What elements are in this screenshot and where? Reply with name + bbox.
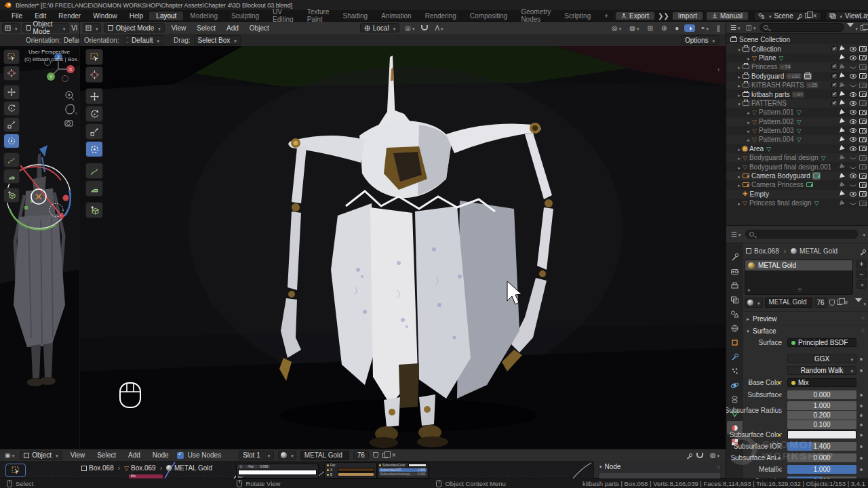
expand-icon[interactable] — [736, 145, 743, 152]
outliner-row-empty[interactable]: ✚Empty — [726, 190, 868, 199]
render-toggle[interactable] — [858, 182, 867, 188]
editor-type-dropdown[interactable] — [83, 23, 101, 33]
exclude-checkbox[interactable] — [829, 73, 839, 79]
outliner-row-plane[interactable]: Plane — [726, 54, 868, 62]
outliner-row-camera-bodyguard[interactable]: Camera Bodyguard — [726, 171, 868, 180]
principled-bsdf-node[interactable]: SubsurfaceColor SubsurfaceIOR1.400 Subsu… — [377, 462, 429, 479]
tab-modifiers[interactable] — [727, 350, 743, 363]
selectable-toggle[interactable] — [839, 83, 848, 88]
selectable-toggle[interactable] — [839, 92, 848, 97]
render-toggle[interactable] — [858, 83, 867, 88]
close-icon[interactable] — [813, 12, 817, 20]
pin-icon[interactable] — [862, 248, 867, 253]
render-toggle[interactable] — [858, 100, 867, 106]
material-users-button[interactable]: 76 — [814, 298, 827, 308]
select-box-tool[interactable] — [3, 49, 20, 64]
expand-icon[interactable] — [736, 81, 743, 89]
rotate-tool[interactable] — [85, 106, 103, 122]
filter-dropdown[interactable] — [847, 23, 858, 32]
add-menu[interactable]: Add — [222, 24, 243, 32]
select-box-tool[interactable] — [85, 49, 103, 65]
expand-icon[interactable] — [736, 73, 743, 80]
selectable-toggle[interactable] — [839, 146, 848, 151]
expand-icon[interactable] — [745, 108, 752, 116]
selectable-toggle[interactable] — [839, 46, 848, 52]
view-menu-truncated[interactable]: Vi — [71, 24, 77, 32]
selectable-toggle[interactable] — [839, 174, 848, 179]
outliner-filter-mode-dropdown[interactable]: ◫ — [744, 24, 757, 31]
render-toggle[interactable] — [858, 191, 867, 197]
selectable-toggle[interactable] — [839, 128, 848, 134]
hide-toggle[interactable] — [848, 128, 858, 133]
measure-tool[interactable] — [85, 180, 103, 197]
menu-help[interactable]: Help — [123, 12, 150, 20]
fake-user-icon[interactable] — [829, 300, 835, 306]
pivot-point-dropdown[interactable]: ◎ — [402, 24, 417, 32]
expand-icon[interactable] — [736, 100, 743, 107]
outliner-row-camera-princess[interactable]: Camera Princess — [726, 180, 868, 189]
selectable-toggle[interactable] — [839, 164, 848, 169]
mix-color-node[interactable]: Fac A B — [324, 462, 377, 479]
subsurface-color-swatch[interactable] — [787, 430, 856, 439]
selectable-toggle[interactable] — [839, 55, 848, 60]
expand-icon[interactable] — [736, 199, 743, 207]
tab-view-layer[interactable] — [727, 293, 743, 306]
outliner-row-princess-final-design[interactable]: Princess final design — [726, 199, 868, 207]
tab-animation[interactable]: Animation — [374, 12, 418, 20]
select-menu[interactable]: Select — [193, 24, 220, 32]
colorramp-node[interactable]: 1 Fac 0.068 Fac — [236, 464, 319, 479]
hide-toggle[interactable] — [848, 201, 858, 205]
hide-toggle[interactable] — [848, 156, 858, 159]
outliner-row-scene-collection[interactable]: Scene Collection — [726, 35, 868, 44]
overlay-toggle-icon[interactable]: ◍ — [707, 451, 722, 459]
editor-type-dropdown[interactable]: ☰ — [730, 230, 742, 238]
add-cube-tool[interactable] — [85, 202, 103, 218]
snapping-icon[interactable] — [696, 453, 703, 458]
display-mode-dropdown[interactable]: ☰ — [729, 24, 741, 31]
render-toggle[interactable] — [858, 55, 867, 60]
browse-material-dropdown[interactable] — [278, 451, 296, 460]
tab-compositing[interactable]: Compositing — [463, 12, 515, 20]
subsurface-slider[interactable]: 0.000 — [787, 390, 856, 399]
hide-toggle[interactable] — [848, 74, 858, 79]
unlink-material-icon[interactable] — [392, 451, 396, 459]
add-menu[interactable]: Add — [124, 451, 144, 459]
hide-toggle[interactable] — [848, 174, 858, 178]
material-slot-list[interactable]: METAL Gold ▸ ≡ — [745, 260, 853, 295]
selectable-toggle[interactable] — [839, 73, 848, 79]
outliner-row-bodyguard-final-design-001[interactable]: Bodyguard final design.001 — [726, 162, 868, 171]
xray-toggle[interactable]: ⊞ — [645, 24, 656, 32]
sss-method-dropdown[interactable]: Random Walk — [787, 366, 856, 375]
expand-icon[interactable] — [736, 45, 743, 53]
tab-shading[interactable]: Shading — [336, 12, 374, 20]
proportional-editing-dropdown[interactable]: Λ — [432, 24, 446, 32]
menu-render[interactable]: Render — [52, 12, 87, 20]
material-filter-dropdown[interactable] — [855, 298, 866, 307]
expand-icon[interactable] — [745, 54, 752, 62]
selectable-toggle[interactable] — [839, 137, 848, 142]
fake-user-icon[interactable] — [373, 452, 378, 458]
outliner-row-area[interactable]: Area — [726, 144, 868, 153]
outliner-row-pattern-004[interactable]: Pattern.004 — [726, 135, 868, 144]
tab-modeling[interactable]: Modeling — [183, 12, 224, 20]
render-toggle[interactable] — [858, 155, 867, 161]
render-toggle[interactable] — [858, 201, 867, 206]
surface-shader-field[interactable]: Principled BSDF — [787, 338, 856, 347]
expand-icon[interactable] — [736, 91, 743, 98]
selectable-toggle[interactable] — [839, 201, 848, 206]
scale-tool[interactable] — [3, 117, 20, 132]
outliner-row-bodyguard[interactable]: Bodyguard102 — [726, 72, 868, 81]
exclude-checkbox[interactable] — [829, 64, 839, 70]
rotate-tool[interactable] — [3, 101, 20, 116]
tab-sculpting[interactable]: Sculpting — [224, 12, 266, 20]
breadcrumb-material[interactable]: METAL Gold — [800, 247, 837, 255]
npanel-partial-button[interactable] — [599, 473, 720, 479]
show-gizmo-dropdown[interactable]: ◎ — [609, 24, 624, 32]
tab-tool[interactable] — [727, 250, 743, 264]
shading-material-button[interactable]: ◑ — [684, 24, 695, 32]
scale-tool[interactable] — [85, 123, 103, 140]
expand-icon[interactable] — [736, 163, 743, 171]
breadcrumb-object[interactable]: Box.068 — [754, 247, 779, 255]
hide-toggle[interactable] — [848, 83, 858, 87]
radius-z-slider[interactable]: 0.100 — [787, 420, 856, 429]
